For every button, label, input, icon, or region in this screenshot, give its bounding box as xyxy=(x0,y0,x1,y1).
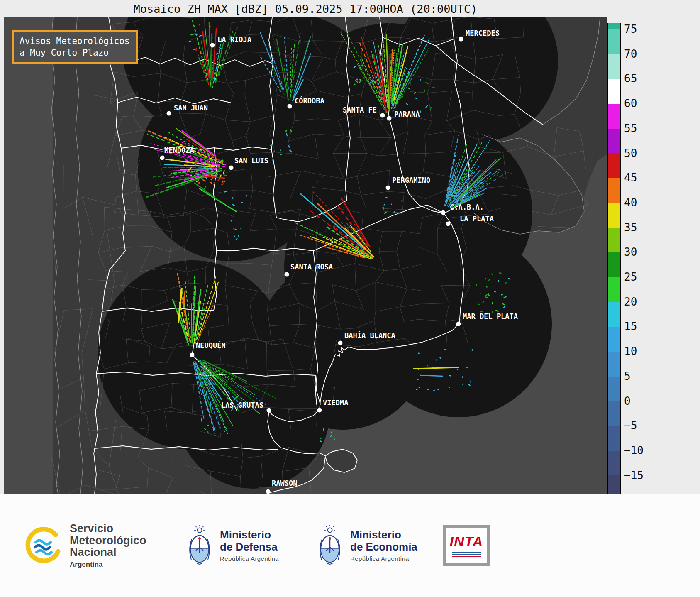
colorbar-band xyxy=(608,54,620,79)
smn-name-line3: Nacional xyxy=(70,546,146,558)
radar-coverage-circle xyxy=(176,335,330,489)
city-label: MAR DEL PLATA xyxy=(463,312,518,321)
colorbar-tick-label: 40 xyxy=(624,197,637,208)
city-marker xyxy=(288,104,292,109)
city-marker xyxy=(285,272,289,277)
ministerio-economia-name: Ministerio de Economía República Argenti… xyxy=(350,529,417,562)
argentina-coat-of-arms-icon xyxy=(186,525,213,566)
defensa-line1: Ministerio xyxy=(220,529,279,541)
radar-echo xyxy=(194,34,195,34)
product-title: Mosaico ZH MAX [dBZ] 05.09.2025 17:00HOA… xyxy=(4,0,607,17)
economia-line1: Ministerio xyxy=(350,529,417,541)
colorbar-band xyxy=(608,475,620,494)
inta-logo: INTA xyxy=(443,525,490,566)
city-label: CÓRDOBA xyxy=(295,96,324,105)
radar-echo xyxy=(444,349,447,350)
radar-echo xyxy=(207,162,209,162)
city-marker xyxy=(338,341,343,345)
radar-map-canvas[interactable]: LA RIOJAMERCEDESSAN JUANCÓRDOBASANTA FEP… xyxy=(4,17,607,494)
footer-logos: Servicio Meteorológico Nacional Argentin… xyxy=(0,494,700,597)
economia-sub: República Argentina xyxy=(350,555,417,562)
radar-echo xyxy=(449,376,451,376)
colorbar-band xyxy=(608,153,620,178)
ministerio-defensa-block: Ministerio de Defensa República Argentin… xyxy=(186,525,279,566)
colorbar-tick-label: −15 xyxy=(624,470,644,481)
radar-echo xyxy=(356,80,358,80)
colorbar-band xyxy=(608,401,620,426)
radar-echo xyxy=(188,170,191,170)
radar-product-page: Mosaico ZH MAX [dBZ] 05.09.2025 17:00HOA… xyxy=(0,0,700,597)
smn-logo-icon xyxy=(24,526,64,565)
radar-echo xyxy=(191,304,192,343)
radar-echo xyxy=(418,353,420,354)
radar-echo xyxy=(286,130,286,132)
radar-echo xyxy=(270,145,272,146)
radar-map[interactable]: LA RIOJAMERCEDESSAN JUANCÓRDOBASANTA FEP… xyxy=(4,17,607,494)
colorbar-band xyxy=(608,302,620,327)
city-label: MENDOZA xyxy=(164,146,194,154)
radar-echo xyxy=(215,404,217,404)
colorbar-band xyxy=(608,23,620,29)
city-marker xyxy=(167,111,171,116)
smn-name-line2: Meteorológico xyxy=(70,535,146,547)
radar-echo xyxy=(195,170,195,172)
warnbox-line2: a Muy Corto Plazo xyxy=(20,47,130,59)
radar-echo xyxy=(385,197,387,198)
radar-echo xyxy=(210,404,210,408)
radar-echo xyxy=(427,365,428,366)
radar-echo xyxy=(463,384,463,385)
radar-echo xyxy=(394,211,395,213)
city-marker xyxy=(441,210,446,215)
ministerio-defensa-name: Ministerio de Defensa República Argentin… xyxy=(220,529,279,562)
city-marker xyxy=(446,222,451,226)
colorbar-tick-label: 35 xyxy=(624,222,637,233)
economia-line2: de Economía xyxy=(350,541,417,553)
radar-echo xyxy=(457,369,458,370)
radar-echo xyxy=(432,88,435,88)
colorbar-band xyxy=(608,426,620,451)
radar-echo xyxy=(499,273,501,273)
short-term-warnings-link[interactable]: Avisos Meteorológicos a Muy Corto Plazo xyxy=(12,30,138,64)
radar-echo xyxy=(391,204,392,205)
radar-echo xyxy=(199,24,200,26)
colorbar-band xyxy=(608,104,620,129)
city-marker xyxy=(229,166,234,170)
city-label: LA RIOJA xyxy=(217,35,251,44)
city-label: BAHÍA BLANCA xyxy=(344,331,395,340)
radar-echo xyxy=(402,213,402,214)
city-label: LAS GRUTAS xyxy=(221,401,263,409)
city-marker xyxy=(190,353,195,357)
radar-echo xyxy=(280,150,281,151)
city-label: PERGAMINO xyxy=(392,176,430,184)
city-marker xyxy=(266,489,271,494)
radar-echo xyxy=(200,51,200,54)
city-label: NEUQUÉN xyxy=(196,341,226,350)
radar-echo xyxy=(211,34,212,80)
radar-echo xyxy=(234,228,234,230)
smn-country: Argentina xyxy=(70,561,146,568)
colorbar-band xyxy=(608,451,620,476)
colorbar-tick-label: −10 xyxy=(624,445,644,456)
colorbar-band xyxy=(608,228,620,253)
city-marker xyxy=(387,116,392,121)
colorbar-tick-label: 45 xyxy=(624,172,637,183)
city-marker xyxy=(267,408,271,413)
colorbar-band xyxy=(608,352,620,377)
radar-echo xyxy=(400,97,403,97)
colorbar-tick-label: 5 xyxy=(624,371,631,382)
radar-echo xyxy=(320,438,322,438)
defensa-line2: de Defensa xyxy=(220,541,279,553)
radar-echo xyxy=(196,48,197,51)
radar-echo xyxy=(483,301,483,303)
city-label: SAN LUIS xyxy=(234,157,268,165)
city-label: SANTA FE xyxy=(343,106,377,114)
colorbar-tick-label: 30 xyxy=(624,247,637,257)
colorbar-band xyxy=(608,129,620,154)
inta-logo-block: INTA xyxy=(443,525,490,566)
smn-name: Servicio Meteorológico Nacional Argentin… xyxy=(70,523,146,568)
radar-echo xyxy=(205,164,205,166)
ministerio-economia-block: Ministerio de Economía República Argenti… xyxy=(316,525,417,566)
radar-echo xyxy=(463,376,463,378)
colorbar-tick-label: 15 xyxy=(624,321,637,332)
radar-echo xyxy=(368,79,369,81)
